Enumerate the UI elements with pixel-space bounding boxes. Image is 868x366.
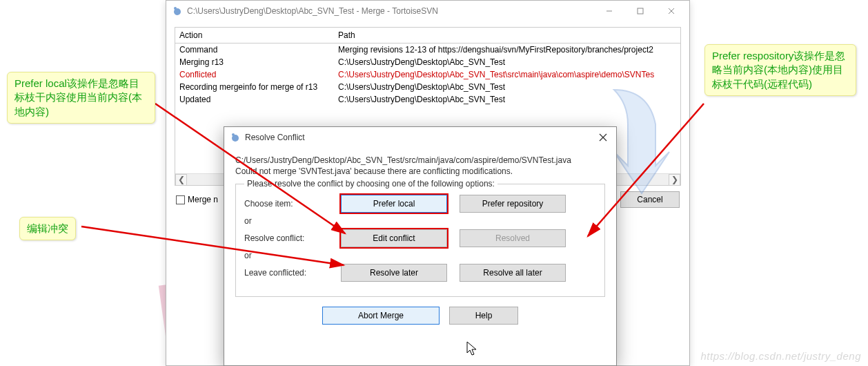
col-action[interactable]: Action (175, 28, 334, 43)
or-1: or (244, 216, 596, 226)
svg-rect-3 (638, 8, 643, 14)
label-leave-conflicted: Leave conflicted: (244, 268, 341, 278)
cell-action: Updated (175, 95, 334, 104)
table-row[interactable]: CommandMerging revisions 12-13 of https:… (175, 44, 680, 56)
cell-path: C:\Users\JustryDeng\Desktop\Abc_SVN_Test (334, 57, 680, 67)
prefer-local-button[interactable]: Prefer local (341, 195, 447, 213)
svg-point-7 (232, 133, 235, 136)
path-line: C:/Users/JustryDeng/Desktop/Abc_SVN_Test… (235, 155, 605, 166)
cell-path: Merging revisions 12-13 of https://dengs… (334, 45, 680, 55)
conflict-path: C:/Users/JustryDeng/Desktop/Abc_SVN_Test… (235, 155, 605, 177)
edit-conflict-button[interactable]: Edit conflict (341, 229, 447, 247)
options-fieldset: Please resolve the conflict by choosing … (235, 184, 605, 297)
resolve-all-later-button[interactable]: Resolve all later (460, 264, 566, 282)
maximize-button[interactable] (624, 1, 655, 21)
minimize-button[interactable] (593, 1, 624, 21)
cell-path: C:\Users\JustryDeng\Desktop\Abc_SVN_Test… (334, 70, 680, 79)
dialog-titlebar[interactable]: Resolve Conflict (224, 127, 616, 148)
help-button[interactable]: Help (449, 307, 518, 325)
checkbox-label: Merge n (188, 195, 218, 204)
cell-action: Command (175, 45, 334, 55)
dialog-close-button[interactable] (593, 129, 613, 146)
svg-point-1 (174, 7, 177, 10)
cell-action: Recording mergeinfo for merge of r13 (175, 82, 334, 92)
dialog-title: Resolve Conflict (245, 133, 593, 142)
msg-line: Could not merge 'SVNTest.java' because t… (235, 166, 605, 177)
checkbox-box[interactable] (176, 195, 185, 204)
titlebar[interactable]: C:\Users\JustryDeng\Desktop\Abc_SVN_Test… (166, 1, 689, 21)
table-row[interactable]: UpdatedC:\Users\JustryDeng\Desktop\Abc_S… (175, 93, 680, 106)
scroll-right-icon[interactable]: ❯ (669, 174, 680, 186)
resolve-conflict-dialog: Resolve Conflict C:/Users/JustryDeng/Des… (224, 126, 617, 366)
fieldset-legend: Please resolve the conflict by choosing … (244, 179, 497, 189)
resolve-later-button[interactable]: Resolve later (341, 264, 447, 282)
resolved-button[interactable]: Resolved (460, 229, 566, 247)
table-row[interactable]: ConflictedC:\Users\JustryDeng\Desktop\Ab… (175, 68, 680, 81)
table-row[interactable]: Merging r13C:\Users\JustryDeng\Desktop\A… (175, 56, 680, 68)
table-header: Action Path (175, 28, 680, 44)
or-2: or (244, 251, 596, 260)
tortoisesvn-icon (230, 132, 241, 143)
annotation-prefer-repository: Prefer respository该操作是忽略当前内容(本地内容)使用目标枝干… (704, 44, 856, 96)
window-title: C:\Users\JustryDeng\Desktop\Abc_SVN_Test… (187, 6, 593, 16)
annotation-prefer-local: Prefer local该操作是忽略目标枝干内容使用当前内容(本地内容) (7, 72, 155, 124)
label-choose-item: Choose item: (244, 199, 341, 209)
cancel-button[interactable]: Cancel (620, 191, 680, 208)
label-resolve-conflict: Resolve conflict: (244, 233, 341, 243)
cell-action: Conflicted (175, 70, 334, 79)
annotation-edit-conflict: 编辑冲突 (19, 217, 76, 240)
cell-path: C:\Users\JustryDeng\Desktop\Abc_SVN_Test (334, 95, 680, 104)
merge-checkbox[interactable]: Merge n (176, 195, 218, 204)
col-path[interactable]: Path (334, 28, 680, 43)
window-controls (593, 1, 687, 21)
close-button[interactable] (655, 1, 687, 21)
abort-merge-button[interactable]: Abort Merge (322, 307, 440, 325)
cell-path: C:\Users\JustryDeng\Desktop\Abc_SVN_Test (334, 82, 680, 92)
tortoisesvn-icon (172, 6, 183, 17)
scroll-left-icon[interactable]: ❮ (175, 174, 187, 186)
watermark: https://blog.csdn.net/justry_deng (701, 350, 861, 362)
table-body: CommandMerging revisions 12-13 of https:… (175, 44, 680, 106)
table-row[interactable]: Recording mergeinfo for merge of r13C:\U… (175, 81, 680, 93)
prefer-repository-button[interactable]: Prefer repository (460, 195, 566, 213)
cell-action: Merging r13 (175, 57, 334, 67)
